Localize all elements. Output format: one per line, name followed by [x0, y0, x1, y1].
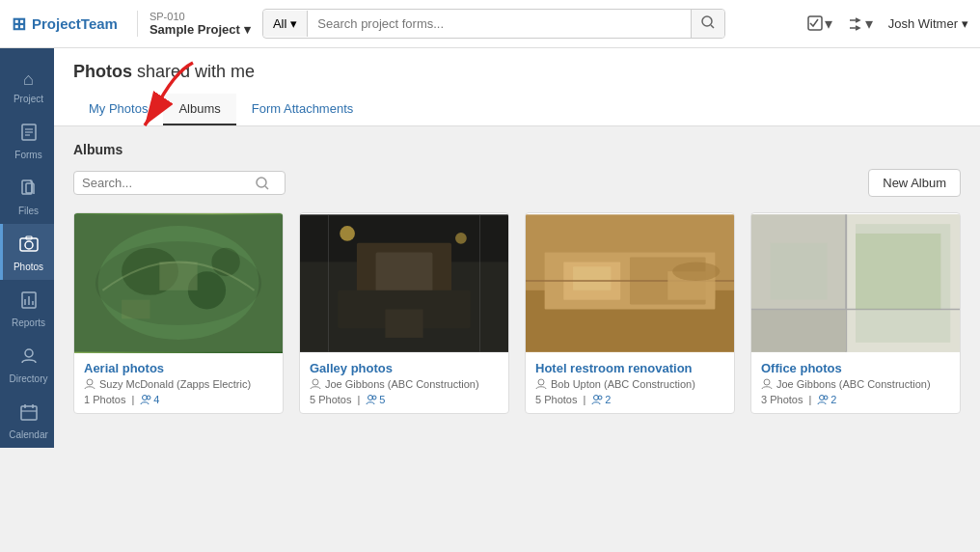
- tab-my-photos[interactable]: My Photos: [73, 94, 163, 125]
- album-owner-galley: Joe Gibbons (ABC Construction): [310, 378, 499, 390]
- svg-rect-65: [856, 234, 940, 310]
- sidebar-item-label: Files: [18, 206, 39, 216]
- member-count-office[interactable]: 2: [817, 394, 836, 405]
- galley-thumbnail-svg: [300, 213, 508, 353]
- user-menu-button[interactable]: Josh Witmer ▾: [888, 16, 968, 31]
- svg-point-26: [188, 271, 226, 309]
- albums-toolbar: New Album: [73, 169, 961, 197]
- svg-rect-27: [159, 262, 197, 290]
- album-thumbnail-aerial: [74, 213, 283, 353]
- logo-icon: ⊞: [12, 14, 26, 35]
- checkmark-button[interactable]: ▾: [807, 14, 832, 33]
- svg-point-10: [25, 241, 33, 249]
- project-name[interactable]: Sample Project ▾: [150, 22, 251, 37]
- global-search-input[interactable]: [308, 11, 691, 37]
- sidebar-item-project[interactable]: ⌂ Project: [0, 58, 54, 112]
- search-all-button[interactable]: All ▾: [263, 11, 308, 37]
- svg-point-24: [98, 226, 259, 340]
- sidebar-item-forms[interactable]: Forms: [0, 112, 54, 168]
- svg-point-30: [87, 379, 93, 385]
- top-nav: ⊞ ProjectTeam SP-010 Sample Project ▾ Al…: [0, 0, 980, 48]
- logo-area: ⊞ ProjectTeam: [12, 14, 118, 35]
- svg-point-16: [25, 349, 33, 357]
- member-count-hotel[interactable]: 2: [591, 394, 611, 405]
- project-info: SP-010 Sample Project ▾: [137, 11, 251, 37]
- svg-line-22: [265, 186, 268, 189]
- files-icon: [20, 179, 38, 202]
- album-name-office: Office photos: [761, 361, 950, 375]
- album-name-hotel: Hotel restroom renovation: [535, 361, 724, 375]
- album-meta-aerial: 1 Photos | 4: [84, 394, 273, 405]
- svg-rect-7: [22, 180, 32, 194]
- sidebar-item-reports[interactable]: Reports: [0, 280, 54, 336]
- svg-rect-51: [573, 266, 611, 290]
- reports-icon: [20, 291, 38, 314]
- members-icon: [591, 394, 603, 405]
- sidebar-item-directory[interactable]: Directory: [0, 336, 54, 392]
- tabs: My Photos Albums Form Attachments: [73, 94, 961, 125]
- svg-rect-8: [26, 183, 32, 193]
- content-area: Photos shared with me My Photos Albums F…: [54, 48, 980, 448]
- sidebar-item-files[interactable]: Files: [0, 168, 54, 224]
- album-name-aerial: Aerial photos: [84, 361, 273, 375]
- members-icon: [817, 394, 829, 405]
- hotel-thumbnail-svg: [526, 213, 734, 353]
- album-thumbnail-hotel: [526, 213, 734, 353]
- svg-rect-28: [122, 300, 150, 319]
- sidebar-item-label: Photos: [14, 262, 43, 272]
- album-owner-office: Joe Gibbons (ABC Construction): [761, 378, 950, 390]
- album-card-office[interactable]: Office photos Joe Gibbons (ABC Construct…: [750, 212, 961, 414]
- tab-albums[interactable]: Albums: [163, 94, 235, 125]
- owner-icon: [761, 378, 773, 390]
- tab-form-attachments[interactable]: Form Attachments: [236, 94, 368, 125]
- nav-right: ▾ ▾ Josh Witmer ▾: [807, 14, 968, 33]
- sidebar-item-label: Forms: [14, 150, 41, 160]
- albums-section: Albums New Album: [54, 126, 980, 429]
- members-icon: [140, 394, 151, 405]
- page-title: Photos shared with me: [73, 62, 961, 82]
- svg-point-53: [672, 262, 720, 281]
- new-album-button[interactable]: New Album: [868, 169, 961, 197]
- album-card-galley[interactable]: Galley photos Joe Gibbons (ABC Construct…: [299, 212, 509, 414]
- project-icon: ⌂: [23, 69, 34, 90]
- album-meta-office: 3 Photos | 2: [761, 394, 950, 405]
- sidebar: ⌂ Project Forms: [0, 48, 54, 448]
- album-name-galley: Galley photos: [310, 361, 499, 375]
- album-thumbnail-galley: [300, 213, 508, 353]
- calendar-icon: [20, 403, 38, 426]
- album-card-aerial[interactable]: Aerial photos Suzy McDonald (Zapps Elect…: [73, 212, 284, 414]
- members-icon: [366, 394, 377, 405]
- album-grid: Aerial photos Suzy McDonald (Zapps Elect…: [73, 212, 961, 414]
- checkmark-icon: [807, 15, 825, 33]
- svg-rect-62: [751, 310, 846, 352]
- svg-point-54: [538, 379, 544, 385]
- forms-icon: [20, 124, 38, 146]
- owner-icon: [84, 378, 95, 390]
- album-owner-aerial: Suzy McDonald (Zapps Electric): [84, 378, 273, 390]
- page-header: Photos shared with me My Photos Albums F…: [54, 48, 980, 126]
- aerial-thumbnail-svg: [74, 213, 283, 353]
- album-search-input[interactable]: [82, 176, 256, 190]
- album-info-galley: Galley photos Joe Gibbons (ABC Construct…: [300, 353, 508, 413]
- album-card-hotel[interactable]: Hotel restroom renovation Bob Upton (ABC…: [525, 212, 735, 414]
- albums-header: Albums: [73, 142, 961, 157]
- svg-rect-17: [21, 406, 37, 420]
- shuffle-button[interactable]: ▾: [848, 14, 873, 33]
- sidebar-item-calendar[interactable]: Calendar: [0, 392, 54, 448]
- main-layout: ⌂ Project Forms: [0, 48, 980, 448]
- member-count-aerial[interactable]: 4: [140, 394, 159, 405]
- svg-line-1: [711, 25, 714, 28]
- svg-point-0: [702, 16, 712, 26]
- member-count-galley[interactable]: 5: [366, 394, 385, 405]
- album-owner-hotel: Bob Upton (ABC Construction): [535, 378, 724, 390]
- svg-point-25: [122, 248, 178, 295]
- album-thumbnail-office: [751, 213, 960, 353]
- sidebar-item-label: Calendar: [9, 429, 48, 440]
- album-meta-hotel: 5 Photos | 2: [535, 394, 724, 405]
- album-info-aerial: Aerial photos Suzy McDonald (Zapps Elect…: [74, 353, 283, 413]
- owner-icon: [310, 378, 321, 390]
- office-thumbnail-svg: [751, 213, 960, 353]
- sidebar-item-label: Project: [14, 94, 43, 104]
- sidebar-item-photos[interactable]: Photos: [0, 224, 54, 280]
- global-search-button[interactable]: [691, 10, 724, 38]
